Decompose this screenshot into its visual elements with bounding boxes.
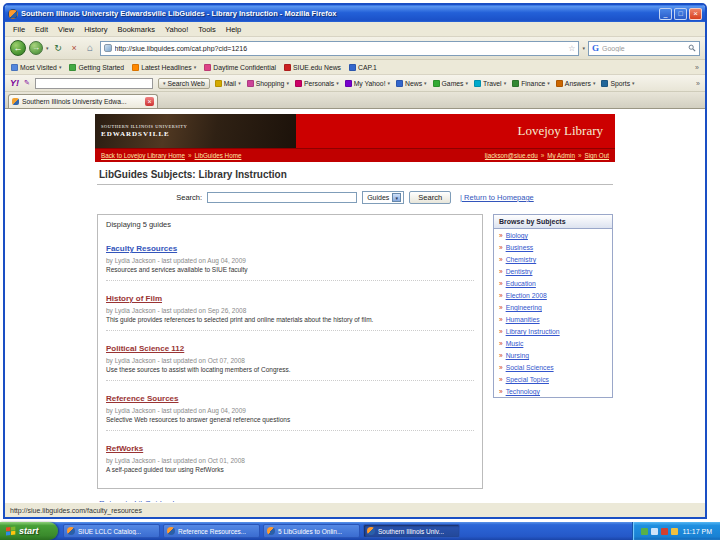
history-dropdown-icon[interactable]: ▾ — [46, 45, 49, 51]
tab-close-icon[interactable]: × — [145, 97, 154, 106]
account-link-1[interactable]: My Admin — [547, 152, 575, 159]
pencil-icon[interactable]: ✎ — [24, 79, 30, 87]
subject-link[interactable]: Engineering — [506, 304, 542, 311]
reload-button[interactable]: ↻ — [52, 41, 65, 55]
subject-link[interactable]: Music — [506, 340, 524, 347]
google-search-box[interactable]: G Google — [588, 41, 700, 56]
bookmark-most-visited[interactable]: Most Visited▾ — [11, 64, 61, 71]
guide-title-link[interactable]: Reference Sources — [106, 394, 178, 403]
subject-link[interactable]: Dentistry — [506, 268, 533, 275]
yahoo-item-shopping[interactable]: Shopping▾ — [247, 80, 289, 87]
breadcrumb-link-0[interactable]: Back to Lovejoy Library Home — [101, 152, 185, 159]
bookmark-cap-1[interactable]: CAP.1 — [349, 64, 377, 71]
bookmark-getting-started[interactable]: Getting Started — [69, 64, 124, 71]
menu-edit[interactable]: Edit — [31, 24, 52, 35]
search-button[interactable]: Search — [409, 191, 451, 204]
subject-item[interactable]: »Social Sciences — [494, 361, 612, 373]
address-bar[interactable]: http://siue.libguides.com/cat.php?cid=12… — [100, 41, 580, 56]
subject-item[interactable]: »Education — [494, 277, 612, 289]
menu-yahoo[interactable]: Yahoo! — [161, 24, 192, 35]
start-button[interactable]: start — [0, 522, 58, 540]
account-link-0[interactable]: ljackson@siue.edu — [485, 152, 538, 159]
bookmark-star-icon[interactable]: ☆ — [568, 44, 575, 53]
subject-link[interactable]: Humanities — [506, 316, 540, 323]
guide-search-input[interactable] — [207, 192, 357, 203]
taskbar-item[interactable]: Southern Illinois Univ... — [363, 524, 460, 538]
bookmark-siue-edu-news[interactable]: SIUE.edu News — [284, 64, 341, 71]
home-button[interactable]: ⌂ — [84, 41, 97, 55]
subject-link[interactable]: Education — [506, 280, 536, 287]
menu-history[interactable]: History — [80, 24, 111, 35]
yahoo-item-personals[interactable]: Personals▾ — [295, 80, 339, 87]
menu-file[interactable]: File — [9, 24, 29, 35]
update-icon[interactable] — [671, 528, 678, 535]
taskbar-item[interactable]: 5 LibGuides to Onlin... — [263, 524, 360, 538]
tab-siue-libguides[interactable]: Southern Illinois University Edwa... × — [8, 94, 158, 108]
back-button[interactable]: ← — [10, 40, 26, 56]
subject-item[interactable]: »Library Instruction — [494, 325, 612, 337]
url-text[interactable]: http://siue.libguides.com/cat.php?cid=12… — [115, 45, 566, 52]
subject-item[interactable]: »Biology — [494, 229, 612, 241]
subject-link[interactable]: Business — [506, 244, 534, 251]
maximize-button[interactable]: □ — [674, 8, 687, 20]
guide-title-link[interactable]: Faculty Resources — [106, 244, 177, 253]
yahoo-item-games[interactable]: Games▾ — [433, 80, 468, 87]
antivirus-icon[interactable] — [661, 528, 668, 535]
bookmark-daytime-confidential[interactable]: Daytime Confidential — [204, 64, 276, 71]
yahoo-item-myyahoo[interactable]: My Yahoo!▾ — [345, 80, 390, 87]
menu-tools[interactable]: Tools — [194, 24, 220, 35]
subject-link[interactable]: Library Instruction — [506, 328, 560, 335]
subject-item[interactable]: »Technology — [494, 385, 612, 397]
yahoo-item-travel[interactable]: Travel▾ — [474, 80, 506, 87]
subject-link[interactable]: Election 2008 — [506, 292, 547, 299]
guide-title-link[interactable]: History of Film — [106, 294, 162, 303]
subject-link[interactable]: Technology — [506, 388, 540, 395]
yahoo-item-finance[interactable]: Finance▾ — [512, 80, 550, 87]
yahoo-search-input[interactable] — [35, 78, 153, 89]
return-homepage-link[interactable]: | Return to Homepage — [460, 193, 534, 202]
subject-item[interactable]: »Chemistry — [494, 253, 612, 265]
subject-item[interactable]: »Business — [494, 241, 612, 253]
menu-view[interactable]: View — [54, 24, 78, 35]
yahoo-overflow-icon[interactable]: » — [696, 80, 700, 87]
subject-item[interactable]: »Music — [494, 337, 612, 349]
close-button[interactable]: × — [689, 8, 702, 20]
yahoo-item-sports[interactable]: Sports▾ — [601, 80, 634, 87]
google-search-input[interactable]: Google — [602, 45, 685, 52]
forward-button[interactable]: → — [29, 41, 43, 55]
subject-item[interactable]: »Special Topics — [494, 373, 612, 385]
taskbar-item[interactable]: SIUE LCLC Catalog... — [63, 524, 160, 538]
return-libguides-link[interactable]: Return to LibGuides homepage — [99, 499, 210, 502]
minimize-button[interactable]: _ — [659, 8, 672, 20]
network-icon[interactable] — [651, 528, 658, 535]
guide-title-link[interactable]: RefWorks — [106, 444, 143, 453]
breadcrumb-link-1[interactable]: LibGuides Home — [195, 152, 242, 159]
subject-link[interactable]: Biology — [506, 232, 528, 239]
bookmark-latest-headlines[interactable]: Latest Headlines▾ — [132, 64, 196, 71]
subject-item[interactable]: »Engineering — [494, 301, 612, 313]
search-scope-select[interactable]: Guides ▾ — [362, 191, 404, 204]
subject-item[interactable]: »Election 2008 — [494, 289, 612, 301]
stop-button[interactable]: × — [68, 41, 81, 55]
subject-link[interactable]: Chemistry — [506, 256, 537, 263]
yahoo-item-mail[interactable]: Mail▾ — [215, 80, 241, 87]
title-bar[interactable]: Southern Illinois University Edwardsvill… — [5, 5, 705, 22]
subject-item[interactable]: »Humanities — [494, 313, 612, 325]
taskbar-item[interactable]: Reference Resources... — [163, 524, 260, 538]
yahoo-item-news[interactable]: News▾ — [396, 80, 427, 87]
security-shield-icon[interactable] — [641, 528, 648, 535]
yahoo-search-web-button[interactable]: ▾ Search Web — [158, 78, 210, 89]
url-dropdown-icon[interactable]: ▾ — [582, 45, 585, 51]
guide-title-link[interactable]: Political Science 112 — [106, 344, 184, 353]
subject-item[interactable]: »Dentistry — [494, 265, 612, 277]
subject-link[interactable]: Social Sciences — [506, 364, 554, 371]
subject-item[interactable]: »Nursing — [494, 349, 612, 361]
bookmarks-overflow-icon[interactable]: » — [695, 64, 699, 71]
subject-link[interactable]: Special Topics — [506, 376, 549, 383]
menu-bookmarks[interactable]: Bookmarks — [114, 24, 160, 35]
search-icon[interactable] — [688, 44, 696, 52]
account-link-2[interactable]: Sign Out — [584, 152, 609, 159]
yahoo-logo-icon[interactable]: Y! — [10, 78, 19, 88]
subject-link[interactable]: Nursing — [506, 352, 529, 359]
menu-help[interactable]: Help — [222, 24, 245, 35]
